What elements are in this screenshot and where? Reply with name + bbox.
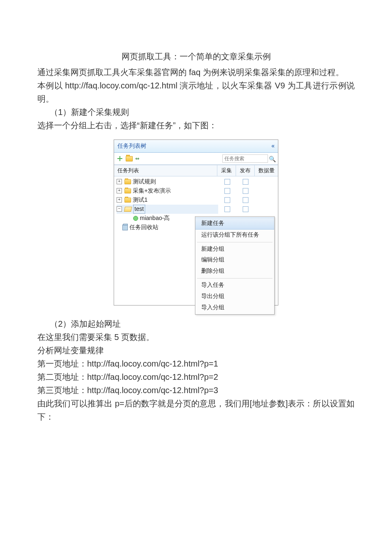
tree-grid-header: 任务列表 采集 发布 数据量 xyxy=(114,165,278,176)
folder-icon xyxy=(124,198,131,203)
checkbox-fabu[interactable] xyxy=(243,197,248,203)
tree-node-test1[interactable]: +测试1 xyxy=(117,196,278,205)
col-data: 数据量 xyxy=(255,165,278,176)
ctx-separator xyxy=(197,278,273,279)
checkbox-caiji[interactable] xyxy=(224,206,230,212)
paragraph-intro-1: 通过采集网页抓取工具火车采集器官网的 faq 为例来说明采集器采集的原理和过程。 xyxy=(37,66,355,79)
tree-node-demo[interactable]: +采集+发布演示 xyxy=(117,186,278,196)
folder-icon xyxy=(124,188,131,193)
checkbox-fabu[interactable] xyxy=(243,188,248,194)
step-2-l1: 在这里我们需要采集 5 页数据。 xyxy=(37,330,355,344)
collapse-icon[interactable]: « xyxy=(271,142,275,150)
panel-title: 任务列表树 xyxy=(117,142,146,150)
ctx-new-task[interactable]: 新建任务 xyxy=(195,218,274,230)
checkbox-fabu[interactable] xyxy=(243,206,248,212)
doc-title: 网页抓取工具：一个简单的文章采集示例 xyxy=(37,50,355,63)
ctx-separator xyxy=(197,242,273,242)
tree-node-rules[interactable]: +测试规则 xyxy=(117,177,278,186)
ctx-export-group[interactable]: 导出分组 xyxy=(195,291,274,302)
task-tree-panel: 任务列表树 « ⇔ 🔍 任务列表 采集 发布 数据量 +测试规则 xyxy=(114,139,278,306)
expand-all-icon[interactable]: ⇔ xyxy=(135,156,139,161)
ctx-edit-group[interactable]: 编辑分组 xyxy=(195,254,274,266)
step-2-l4: 第二页地址：http://faq.locoy.com/qc-12.html?p=… xyxy=(37,370,355,384)
col-caiji: 采集 xyxy=(217,165,236,176)
col-task-list: 任务列表 xyxy=(114,165,217,176)
step-2-l5: 第三页地址：http://faq.locoy.com/qc-12.html?p=… xyxy=(37,384,355,397)
add-icon[interactable] xyxy=(117,155,123,162)
task-item-icon xyxy=(133,216,138,221)
panel-toolbar: ⇔ 🔍 xyxy=(114,153,278,165)
tree-node-test-selected[interactable]: −test xyxy=(117,205,278,214)
tree-area: +测试规则 +采集+发布演示 +测试1 −test mianbao-高 xyxy=(114,176,278,305)
trash-icon xyxy=(122,225,128,230)
step-1-heading: （1）新建个采集规则 xyxy=(37,105,355,119)
paragraph-intro-2: 本例以 http://faq.locoy.com/qc-12.html 演示地址… xyxy=(37,79,355,105)
ctx-delete-group[interactable]: 删除分组 xyxy=(195,266,274,277)
search-icon[interactable]: 🔍 xyxy=(269,155,275,162)
ctx-import-task[interactable]: 导入任务 xyxy=(195,280,274,291)
checkbox-caiji[interactable] xyxy=(224,197,230,203)
ctx-import-group[interactable]: 导入分组 xyxy=(195,302,274,313)
checkbox-fabu[interactable] xyxy=(243,179,248,185)
step-2-heading: （2）添加起始网址 xyxy=(37,317,355,330)
checkbox-caiji[interactable] xyxy=(224,188,230,194)
folder-icon xyxy=(124,179,131,184)
col-fabu: 发布 xyxy=(236,165,255,176)
task-search-input[interactable] xyxy=(222,154,268,163)
step-1-text: 选择一个分组上右击，选择“新建任务”，如下图： xyxy=(37,119,355,132)
document-page: 网页抓取工具：一个简单的文章采集示例 通过采集网页抓取工具火车采集器官网的 fa… xyxy=(0,0,392,555)
folder-icon[interactable] xyxy=(126,156,133,161)
step-2-l2: 分析网址变量规律 xyxy=(37,344,355,357)
context-menu: 新建任务 运行该分组下所有任务 新建分组 编辑分组 删除分组 导入任务 导出分组… xyxy=(195,216,275,315)
step-2-l6: 由此我们可以推算出 p=后的数字就是分页的意思，我们用[地址参数]表示：所以设置… xyxy=(37,397,355,423)
ctx-run-group[interactable]: 运行该分组下所有任务 xyxy=(195,230,274,241)
ctx-new-group[interactable]: 新建分组 xyxy=(195,244,274,255)
panel-header: 任务列表树 « xyxy=(114,140,278,153)
step-2-l3: 第一页地址：http://faq.locoy.com/qc-12.html?p=… xyxy=(37,357,355,370)
checkbox-caiji[interactable] xyxy=(224,179,230,185)
folder-open-icon xyxy=(124,207,132,212)
